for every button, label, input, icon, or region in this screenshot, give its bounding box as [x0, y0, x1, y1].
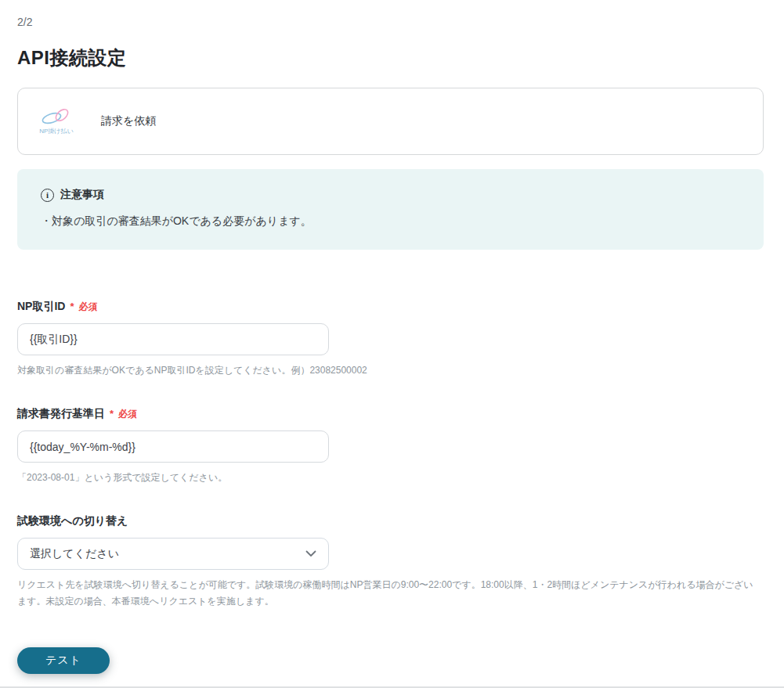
field-label-np-transaction-id: NP取引ID — [17, 300, 65, 314]
notice-box: i 注意事項 ・対象の取引の審査結果がOKである必要があります。 — [17, 169, 764, 250]
test-button[interactable]: テスト — [17, 647, 110, 674]
test-environment-select[interactable]: 選択してください — [17, 538, 329, 570]
info-icon: i — [41, 189, 54, 202]
field-label-test-environment: 試験環境への切り替え — [17, 514, 128, 528]
page-title: API接続設定 — [17, 45, 764, 70]
np-transaction-id-helper: 対象取引の審査結果がOKであるNP取引IDを設定してください。例）2308250… — [17, 362, 764, 379]
chevron-down-icon — [305, 550, 316, 557]
action-card-label: 請求を依頼 — [101, 114, 156, 128]
required-asterisk: * — [110, 408, 114, 420]
test-environment-select-value: 選択してください — [30, 547, 119, 561]
np-transaction-id-input[interactable] — [17, 323, 329, 355]
test-environment-helper: リクエスト先を試験環境へ切り替えることが可能です。試験環境の稼働時間はNP営業日… — [17, 577, 761, 610]
required-asterisk: * — [70, 301, 74, 312]
footer-actions: テスト — [17, 647, 110, 674]
np-kakebarai-logo: NP掛け払い — [34, 107, 79, 135]
notice-title: 注意事項 — [60, 188, 104, 202]
required-badge: 必須 — [118, 408, 137, 421]
notice-item: ・対象の取引の審査結果がOKである必要があります。 — [41, 213, 745, 229]
api-connection-settings-page: 2/2 API接続設定 NP掛け払い 請求を依頼 i 注意事項 ・対象の取引の審… — [0, 0, 784, 610]
step-indicator: 2/2 — [17, 16, 764, 28]
np-logo-icon — [38, 107, 74, 126]
invoice-base-date-helper: 「2023-08-01」という形式で設定してください。 — [17, 470, 764, 486]
invoice-base-date-input[interactable] — [17, 430, 329, 463]
np-logo-text: NP掛け払い — [39, 127, 74, 135]
field-group-test-environment: 試験環境への切り替え 選択してください リクエスト先を試験環境へ切り替えることが… — [17, 514, 764, 610]
field-group-np-transaction-id: NP取引ID * 必須 対象取引の審査結果がOKであるNP取引IDを設定してくだ… — [17, 300, 764, 379]
required-badge: 必須 — [79, 301, 98, 314]
action-card-request-billing[interactable]: NP掛け払い 請求を依頼 — [17, 88, 764, 155]
field-group-invoice-base-date: 請求書発行基準日 * 必須 「2023-08-01」という形式で設定してください… — [17, 407, 764, 486]
field-label-invoice-base-date: 請求書発行基準日 — [17, 407, 105, 421]
